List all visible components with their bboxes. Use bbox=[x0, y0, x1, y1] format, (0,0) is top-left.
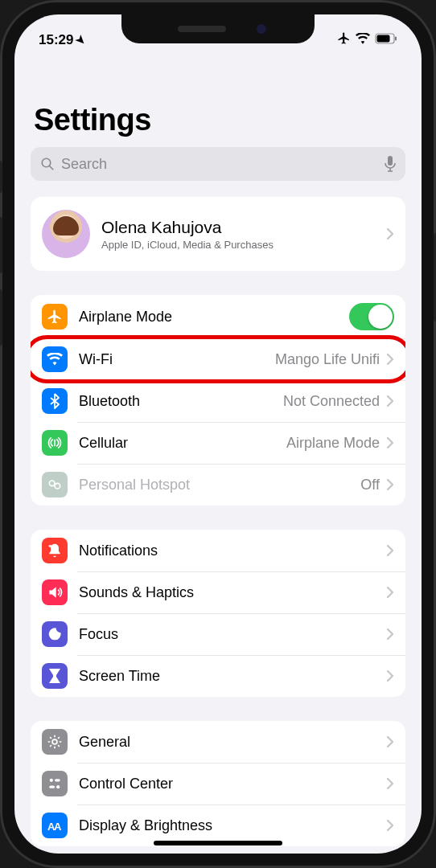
svg-point-14 bbox=[56, 785, 60, 788]
cell-notifications[interactable]: Notifications bbox=[31, 530, 405, 571]
dictate-icon[interactable] bbox=[385, 156, 396, 172]
svg-rect-10 bbox=[49, 545, 53, 547]
cell-label: Bluetooth bbox=[79, 393, 140, 410]
focus-icon bbox=[42, 621, 68, 647]
display-icon: AA bbox=[42, 813, 68, 838]
cell-focus[interactable]: Focus bbox=[31, 613, 405, 655]
svg-point-8 bbox=[49, 481, 55, 486]
cell-detail: Off bbox=[360, 477, 380, 493]
cell-detail: Not Connected bbox=[283, 393, 380, 410]
settings-content[interactable]: Settings Search Olena Kahujova Apple ID,… bbox=[14, 55, 422, 854]
toggle-switch[interactable] bbox=[349, 303, 394, 330]
group-attention: NotificationsSounds & HapticsFocusScreen… bbox=[31, 530, 405, 697]
group-general-group: GeneralControl CenterAADisplay & Brightn… bbox=[31, 721, 405, 846]
chevron-right-icon bbox=[386, 586, 394, 599]
groups-container: Airplane ModeWi-FiMango Life UnifiBlueto… bbox=[31, 295, 405, 846]
svg-rect-15 bbox=[49, 786, 55, 788]
search-icon bbox=[40, 157, 55, 171]
chevron-right-icon bbox=[386, 628, 394, 641]
cell-label: Wi-Fi bbox=[79, 351, 113, 368]
chevron-right-icon bbox=[386, 735, 394, 748]
volume-up bbox=[0, 217, 2, 273]
volume-down bbox=[0, 289, 2, 346]
wifi-icon bbox=[42, 346, 68, 372]
chevron-right-icon bbox=[386, 669, 394, 682]
cell-label: Control Center bbox=[79, 776, 173, 792]
airplane-status-icon bbox=[337, 31, 351, 49]
chevron-right-icon bbox=[386, 777, 394, 790]
screen: 15:29 ➤ Settings Searc bbox=[14, 14, 422, 854]
svg-point-11 bbox=[52, 739, 57, 744]
cell-sounds-haptics[interactable]: Sounds & Haptics bbox=[31, 571, 405, 613]
chevron-right-icon bbox=[386, 819, 394, 832]
cell-screen-time[interactable]: Screen Time bbox=[31, 655, 405, 697]
svg-rect-2 bbox=[377, 35, 390, 43]
cell-personal-hotspot[interactable]: Personal HotspotOff bbox=[31, 464, 405, 506]
profile-group: Olena Kahujova Apple ID, iCloud, Media &… bbox=[31, 197, 405, 271]
cell-label: Screen Time bbox=[79, 668, 160, 685]
location-icon: ➤ bbox=[74, 32, 90, 48]
battery-status-icon bbox=[375, 32, 397, 48]
svg-point-12 bbox=[50, 779, 53, 782]
airplane-icon bbox=[42, 304, 68, 330]
cell-label: General bbox=[79, 734, 130, 751]
cell-general[interactable]: General bbox=[31, 721, 405, 763]
home-indicator[interactable] bbox=[154, 841, 282, 845]
cell-label: Cellular bbox=[79, 435, 128, 452]
search-field[interactable]: Search bbox=[31, 147, 405, 181]
mute-switch bbox=[0, 161, 2, 193]
svg-rect-13 bbox=[55, 779, 60, 781]
avatar bbox=[42, 210, 90, 258]
svg-text:A: A bbox=[54, 821, 62, 832]
screentime-icon bbox=[42, 663, 68, 689]
hotspot-icon bbox=[42, 472, 68, 497]
status-time: 15:29 bbox=[39, 32, 73, 48]
cell-detail: Mango Life Unifi bbox=[275, 351, 380, 368]
phone-frame: 15:29 ➤ Settings Searc bbox=[0, 0, 436, 868]
chevron-right-icon bbox=[386, 436, 394, 449]
cell-label: Personal Hotspot bbox=[79, 477, 190, 493]
cellular-icon bbox=[42, 430, 68, 456]
cell-cellular[interactable]: CellularAirplane Mode bbox=[31, 422, 405, 464]
cell-bluetooth[interactable]: BluetoothNot Connected bbox=[31, 380, 405, 422]
group-connectivity: Airplane ModeWi-FiMango Life UnifiBlueto… bbox=[31, 295, 405, 506]
chevron-right-icon bbox=[386, 353, 394, 366]
general-icon bbox=[42, 729, 68, 755]
svg-line-4 bbox=[49, 166, 53, 170]
profile-subtitle: Apple ID, iCloud, Media & Purchases bbox=[101, 239, 274, 251]
cell-label: Focus bbox=[79, 626, 118, 643]
profile-cell[interactable]: Olena Kahujova Apple ID, iCloud, Media &… bbox=[31, 197, 405, 271]
chevron-right-icon bbox=[386, 395, 394, 407]
cell-control-center[interactable]: Control Center bbox=[31, 763, 405, 805]
cell-airplane-mode[interactable]: Airplane Mode bbox=[31, 295, 405, 338]
page-title: Settings bbox=[34, 103, 405, 137]
cell-detail: Airplane Mode bbox=[286, 435, 380, 452]
search-placeholder: Search bbox=[61, 156, 107, 173]
profile-name: Olena Kahujova bbox=[101, 218, 274, 237]
cell-label: Notifications bbox=[79, 542, 158, 559]
chevron-right-icon bbox=[386, 544, 394, 557]
bluetooth-icon bbox=[42, 388, 68, 414]
chevron-right-icon bbox=[386, 227, 394, 240]
notch bbox=[121, 14, 315, 43]
sounds-icon bbox=[42, 579, 68, 605]
svg-rect-1 bbox=[395, 37, 397, 41]
wifi-status-icon bbox=[356, 32, 370, 48]
cell-label: Display & Brightness bbox=[79, 817, 212, 834]
controlcenter-icon bbox=[42, 771, 68, 796]
svg-rect-5 bbox=[388, 156, 393, 166]
cell-label: Airplane Mode bbox=[79, 309, 172, 326]
cell-wi-fi[interactable]: Wi-FiMango Life Unifi bbox=[31, 338, 405, 380]
cell-label: Sounds & Haptics bbox=[79, 584, 194, 601]
notifications-icon bbox=[42, 538, 68, 563]
svg-point-9 bbox=[55, 483, 60, 489]
chevron-right-icon bbox=[386, 478, 394, 491]
